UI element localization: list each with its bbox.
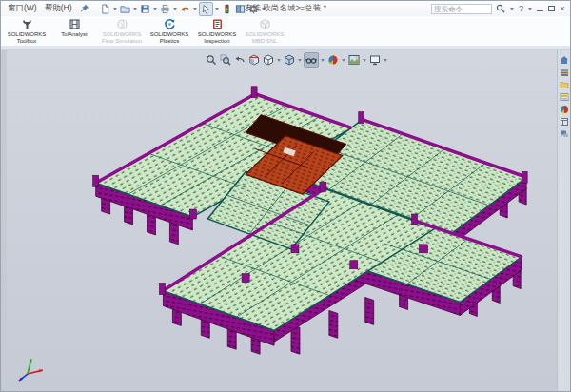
minimize-icon <box>537 10 543 11</box>
view-palette-icon <box>560 92 569 102</box>
toolbox-icon <box>21 18 33 30</box>
quick-access-toolbar <box>99 2 266 16</box>
print-icon <box>160 4 170 14</box>
home-icon <box>560 55 569 65</box>
mbd-snl-icon <box>259 18 271 30</box>
restore-icon <box>548 6 555 11</box>
addin-inspection[interactable]: SOLIDWORKS Inspection <box>193 16 241 46</box>
options-button[interactable] <box>247 3 260 15</box>
flow-simulation-icon <box>116 18 128 30</box>
model-canvas[interactable] <box>7 50 570 391</box>
new-caret[interactable] <box>113 8 117 10</box>
graphics-viewport[interactable] <box>1 50 570 391</box>
display-style-button[interactable] <box>283 53 296 67</box>
help-caret[interactable] <box>528 8 532 10</box>
save-icon <box>140 4 150 14</box>
options-caret[interactable] <box>262 8 266 10</box>
view-orientation-icon <box>263 54 274 66</box>
addin-plastics[interactable]: SOLIDWORKS Plastics <box>146 16 193 46</box>
view-palette-button[interactable] <box>560 92 569 102</box>
new-document-button[interactable] <box>99 3 111 15</box>
search-input[interactable] <box>431 4 492 14</box>
open-folder-icon <box>120 4 130 14</box>
home-button[interactable] <box>560 55 569 65</box>
select-cursor-icon <box>201 4 211 14</box>
close-button[interactable]: × <box>558 4 567 13</box>
search-caret[interactable] <box>510 8 514 10</box>
undo-icon <box>180 4 190 14</box>
design-library-button[interactable] <box>560 68 569 77</box>
view-settings-button[interactable] <box>368 53 382 67</box>
zoom-fit-icon <box>206 54 217 66</box>
appearance-sphere-icon <box>327 54 339 66</box>
display-settings-button[interactable] <box>234 3 246 15</box>
design-library-icon <box>560 68 569 77</box>
help-button[interactable]: ? <box>517 4 525 13</box>
tolanalyst-icon <box>69 18 81 30</box>
inspection-icon <box>211 18 224 30</box>
gear-icon <box>248 4 259 14</box>
view-settings-caret[interactable] <box>384 59 387 62</box>
zoom-area-icon <box>220 54 231 66</box>
reference-triad <box>19 359 43 381</box>
previous-view-button[interactable] <box>233 53 246 67</box>
section-view-icon <box>248 54 260 66</box>
undo-caret[interactable] <box>193 8 197 10</box>
glasses-icon <box>305 54 317 66</box>
select-button[interactable] <box>199 2 213 16</box>
solidworks-forum-button[interactable] <box>560 129 569 139</box>
undo-button[interactable] <box>179 3 191 15</box>
file-explorer-icon <box>560 80 569 89</box>
file-explorer-button[interactable] <box>560 80 569 89</box>
new-document-icon <box>100 4 110 14</box>
solidworks-window: 窗口(W) 帮助(H) 友佳.欧尚名城>=总装 * <box>0 0 571 392</box>
task-pane <box>557 50 570 391</box>
display-style-caret[interactable] <box>298 59 302 62</box>
edit-appearance-button[interactable] <box>326 53 340 67</box>
rebuild-button[interactable] <box>221 3 233 15</box>
restore-button[interactable] <box>546 4 556 13</box>
select-caret[interactable] <box>215 8 219 10</box>
plastics-icon <box>164 18 176 30</box>
hide-show-items-button[interactable] <box>304 52 319 68</box>
addins-toolbar: SOLIDWORKS Toolbox TolAnalyst SOLIDWORKS… <box>1 16 570 47</box>
titlebar: 窗口(W) 帮助(H) 友佳.欧尚名城>=总装 * <box>1 1 570 16</box>
addin-flow-simulation[interactable]: SOLIDWORKS Flow Simulation <box>98 16 146 46</box>
display-grid-icon <box>235 4 246 14</box>
pin-menu-icon[interactable] <box>80 4 89 13</box>
zoom-fit-button[interactable] <box>205 53 218 67</box>
view-orientation-button[interactable] <box>262 53 275 67</box>
monitor-icon <box>369 54 381 66</box>
addin-tolanalyst[interactable]: TolAnalyst <box>50 16 98 46</box>
appearance-caret[interactable] <box>342 59 345 62</box>
heads-up-view-toolbar <box>205 52 388 68</box>
traffic-light-icon <box>222 4 232 14</box>
forum-chat-icon <box>560 129 569 139</box>
open-button[interactable] <box>119 3 131 15</box>
search-icon[interactable] <box>494 4 507 13</box>
scene-icon <box>348 54 360 66</box>
save-button[interactable] <box>139 3 151 15</box>
previous-view-icon <box>234 54 246 66</box>
appearances-icon <box>560 105 569 114</box>
save-caret[interactable] <box>153 8 157 10</box>
hide-show-caret[interactable] <box>321 59 325 62</box>
addin-mbd-snl[interactable]: SOLIDWORKS MBD SNL <box>241 16 288 46</box>
addin-toolbox[interactable]: SOLIDWORKS Toolbox <box>3 16 50 46</box>
minimize-button[interactable] <box>535 4 544 13</box>
print-button[interactable] <box>159 3 171 15</box>
scene-caret[interactable] <box>363 59 366 62</box>
custom-properties-icon <box>560 117 569 127</box>
view-orientation-caret[interactable] <box>277 59 281 62</box>
titlebar-right-controls: ? × <box>431 4 567 14</box>
appearances-button[interactable] <box>560 105 569 114</box>
apply-scene-button[interactable] <box>347 53 361 67</box>
menu-window[interactable]: 窗口(W) <box>4 3 41 14</box>
display-style-icon <box>284 54 295 66</box>
open-caret[interactable] <box>133 8 137 10</box>
section-view-button[interactable] <box>247 53 261 67</box>
menu-help[interactable]: 帮助(H) <box>41 3 76 14</box>
custom-properties-button[interactable] <box>560 117 569 127</box>
zoom-area-button[interactable] <box>219 53 232 67</box>
print-caret[interactable] <box>173 8 177 10</box>
